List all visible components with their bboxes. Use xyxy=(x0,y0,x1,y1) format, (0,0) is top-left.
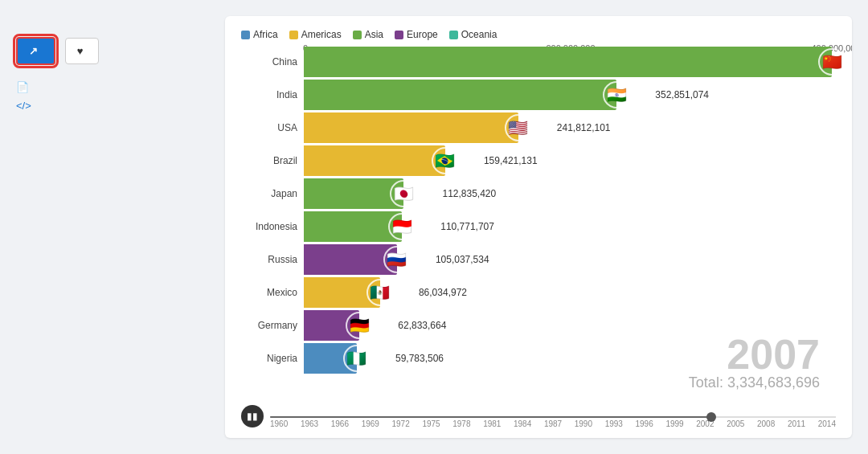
code-icon: </> xyxy=(16,100,31,112)
legend-dot xyxy=(449,31,458,39)
timeline-tick: 2011 xyxy=(788,419,805,428)
timeline-thumb[interactable] xyxy=(706,412,716,422)
sidebar-actions: ↗ ♥ xyxy=(16,37,209,65)
bar-fill: 🇧🇷159,421,131 xyxy=(304,145,445,176)
bar-flag: 🇳🇬 xyxy=(343,345,371,372)
bar-fill: 🇮🇩110,771,707 xyxy=(304,211,402,242)
bar-fill: 🇩🇪62,833,664 xyxy=(304,310,359,341)
timeline-tick: 1966 xyxy=(331,419,349,428)
timeline-tick: 1987 xyxy=(544,419,562,428)
how-to-use-link[interactable]: 📄 xyxy=(16,81,209,93)
legend-dot xyxy=(289,31,298,39)
timeline-tick: 1972 xyxy=(392,419,410,428)
bar-row: USA🇺🇸241,812,101 xyxy=(241,112,836,143)
bar-value: 62,833,664 xyxy=(398,320,446,331)
bar-country-label: Brazil xyxy=(241,155,304,166)
bar-flag: 🇺🇸 xyxy=(505,114,532,141)
bar-fill: 🇺🇸241,812,101 xyxy=(304,112,518,143)
timeline-tick: 1999 xyxy=(665,419,683,428)
legend-item-africa: Africa xyxy=(241,29,278,40)
year-display: 2007 xyxy=(727,333,820,375)
total-display: Total: 3,334,683,696 xyxy=(689,374,820,391)
bar-value: 86,034,972 xyxy=(419,287,467,298)
bar-wrapper: 🇺🇸241,812,101 xyxy=(304,112,836,143)
bar-country-label: Germany xyxy=(241,320,304,331)
chart-panel: AfricaAmericasAsiaEuropeOceania 0200,000… xyxy=(225,16,852,438)
timeline-track[interactable]: 1960196319661969197219751978198119841987… xyxy=(270,404,836,428)
bar-wrapper: 🇮🇩110,771,707 xyxy=(304,211,836,242)
bar-fill: 🇳🇬59,783,506 xyxy=(304,343,357,374)
timeline-tick: 2008 xyxy=(757,419,775,428)
bar-wrapper: 🇯🇵112,835,420 xyxy=(304,178,836,209)
bar-country-label: Mexico xyxy=(241,287,304,298)
legend-dot xyxy=(395,31,403,39)
api-docs-link[interactable]: </> xyxy=(16,100,209,112)
legend-dot xyxy=(353,31,362,39)
bar-fill: 🇯🇵112,835,420 xyxy=(304,178,403,209)
bar-wrapper: 🇲🇽86,034,972 xyxy=(304,277,836,308)
bar-country-label: Japan xyxy=(241,188,304,199)
bar-country-label: Nigeria xyxy=(241,353,304,364)
external-link-icon: ↗ xyxy=(29,45,38,57)
bar-value: 241,812,101 xyxy=(557,122,611,133)
timeline-tick: 1978 xyxy=(452,419,470,428)
legend-item-asia: Asia xyxy=(353,29,383,40)
pause-icon: ▮▮ xyxy=(247,411,258,422)
bar-fill: 🇷🇺105,037,534 xyxy=(304,244,397,275)
bar-row: Mexico🇲🇽86,034,972 xyxy=(241,277,836,308)
bar-value: 105,037,534 xyxy=(436,254,489,265)
bar-value: 112,835,420 xyxy=(442,188,496,199)
timeline-tick: 1984 xyxy=(514,419,531,428)
bar-fill: 🇲🇽86,034,972 xyxy=(304,277,380,308)
timeline-tick: 1990 xyxy=(575,419,592,428)
bar-country-label: Indonesia xyxy=(241,221,304,232)
timeline-line xyxy=(270,416,836,418)
timeline-tick: 1969 xyxy=(362,419,379,428)
bar-fill: 🇨🇳595,795,347 xyxy=(304,47,832,77)
bar-flag: 🇯🇵 xyxy=(390,180,417,207)
favourite-button[interactable]: ♥ xyxy=(65,38,100,64)
timeline-area: ▮▮ 1960196319661969197219751978198119841… xyxy=(241,404,836,428)
timeline-tick: 1996 xyxy=(636,419,653,428)
bar-fill: 🇮🇳352,851,074 xyxy=(304,80,616,110)
timeline-tick: 1975 xyxy=(422,419,440,428)
timeline-progress xyxy=(270,416,711,418)
bar-wrapper: 🇨🇳595,795,347 xyxy=(304,47,836,77)
bar-flag: 🇩🇪 xyxy=(346,312,373,339)
legend-dot xyxy=(241,31,250,39)
timeline-tick: 2014 xyxy=(818,419,836,428)
bar-country-label: China xyxy=(241,56,304,67)
bar-value: 159,421,131 xyxy=(484,155,538,166)
legend-item-europe: Europe xyxy=(395,29,438,40)
bar-row: Brazil🇧🇷159,421,131 xyxy=(241,145,836,176)
bar-row: China🇨🇳595,795,347 xyxy=(241,47,836,77)
timeline-tick: 2005 xyxy=(727,419,744,428)
bar-value: 352,851,074 xyxy=(655,89,709,100)
bar-row: Indonesia🇮🇩110,771,707 xyxy=(241,211,836,242)
timeline-tick: 1960 xyxy=(270,419,288,428)
bar-flag: 🇮🇳 xyxy=(603,81,630,108)
bar-value: 59,783,506 xyxy=(395,353,444,364)
sidebar: ↗ ♥ 📄 </> xyxy=(16,16,209,438)
timeline-ticks: 1960196319661969197219751978198119841987… xyxy=(270,419,836,428)
timeline-tick: 1993 xyxy=(605,419,623,428)
create-visualisation-button[interactable]: ↗ xyxy=(16,37,55,65)
bar-row: Japan🇯🇵112,835,420 xyxy=(241,178,836,209)
play-pause-button[interactable]: ▮▮ xyxy=(241,405,264,427)
sidebar-links: 📄 </> xyxy=(16,81,209,112)
legend-item-oceania: Oceania xyxy=(449,29,497,40)
document-icon: 📄 xyxy=(16,81,29,93)
legend-item-americas: Americas xyxy=(289,29,342,40)
timeline-tick: 1963 xyxy=(301,419,318,428)
bar-country-label: India xyxy=(241,89,304,100)
bar-country-label: Russia xyxy=(241,254,304,265)
bar-flag: 🇷🇺 xyxy=(383,246,411,273)
bar-flag: 🇧🇷 xyxy=(432,147,459,174)
heart-icon: ♥ xyxy=(77,45,84,57)
chart-legend: AfricaAmericasAsiaEuropeOceania xyxy=(241,29,836,40)
bar-wrapper: 🇷🇺105,037,534 xyxy=(304,244,836,275)
timeline-tick: 1981 xyxy=(483,419,501,428)
bar-wrapper: 🇮🇳352,851,074 xyxy=(304,80,836,110)
page-container: ↗ ♥ 📄 </> AfricaAmericasAsiaEuropeOceani… xyxy=(0,0,868,454)
bar-row: Russia🇷🇺105,037,534 xyxy=(241,244,836,275)
